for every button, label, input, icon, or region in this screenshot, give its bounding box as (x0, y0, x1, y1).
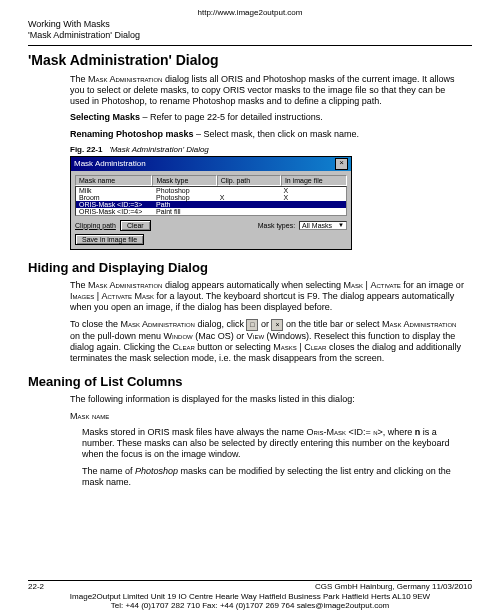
page-number: 22-2 (28, 582, 44, 591)
list-item[interactable]: ORIS-Mask <ID:=4> Paint fill (76, 208, 346, 215)
meaning-p2: The name of Photoshop masks can be modif… (82, 466, 466, 489)
section-meaning: Meaning of List Columns (28, 374, 472, 389)
list-item[interactable]: Milk Photoshop X (76, 187, 346, 194)
chevron-down-icon: ▼ (338, 222, 344, 228)
mask-name-heading: Mask name (70, 411, 466, 422)
save-in-image-button[interactable]: Save in image file (75, 234, 144, 245)
list-header: Mask name Mask type Clip. path In image … (75, 175, 347, 186)
hide-p2: To close the Mask Administration dialog,… (70, 319, 466, 365)
dialog-title: Mask Administration (74, 159, 146, 168)
dialog-titlebar[interactable]: Mask Administration × (71, 157, 351, 171)
renaming-masks-line: Renaming Photoshop masks – Select mask, … (70, 129, 466, 140)
intro-paragraph: The Mask Administration dialog lists all… (70, 74, 466, 108)
footer-contact: Tel: +44 (0)1707 282 710 Fax: +44 (0)170… (28, 601, 472, 610)
mac-close-icon: □ (246, 319, 258, 331)
meaning-p1: Masks stored in ORIS mask files have alw… (82, 427, 466, 461)
footer-address: Image2Output Limited Unit 19 IO Centre H… (28, 592, 472, 601)
clipping-path-label: Clipping path (75, 222, 116, 229)
running-header: Working With Masks 'Mask Administration'… (28, 19, 472, 41)
header-rule (28, 45, 472, 46)
list-item[interactable]: Broom Photoshop X X (76, 194, 346, 201)
hide-p1: The Mask Administration dialog appears a… (70, 280, 466, 314)
page-footer: 22-2 CGS GmbH Hainburg, Germany 11/03/20… (28, 580, 472, 610)
header-line2: 'Mask Administration' Dialog (28, 30, 472, 41)
clear-button[interactable]: Clear (120, 220, 151, 231)
page-title: 'Mask Administration' Dialog (28, 52, 472, 68)
mask-listbox[interactable]: Milk Photoshop X Broom Photoshop X X ORI… (75, 186, 347, 216)
figure-caption: Fig. 22-1 'Mask Administration' Dialog (70, 145, 466, 154)
list-item[interactable]: ORIS-Mask <ID:=3> Path (76, 201, 346, 208)
win-close-icon: × (271, 319, 283, 331)
selecting-masks-line: Selecting Masks – Refer to page 22-5 for… (70, 112, 466, 123)
header-line1: Working With Masks (28, 19, 472, 30)
close-icon[interactable]: × (335, 158, 348, 170)
page-url: http://www.image2output.com (28, 8, 472, 17)
mask-types-label: Mask types: (258, 222, 295, 229)
mask-admin-dialog: Mask Administration × Mask name Mask typ… (70, 156, 352, 250)
meaning-intro: The following information is displayed f… (70, 394, 466, 405)
footer-center: CGS GmbH Hainburg, Germany 11/03/2010 (315, 582, 472, 591)
mask-types-dropdown[interactable]: All Masks▼ (299, 221, 347, 230)
section-hiding: Hiding and Displaying Dialog (28, 260, 472, 275)
